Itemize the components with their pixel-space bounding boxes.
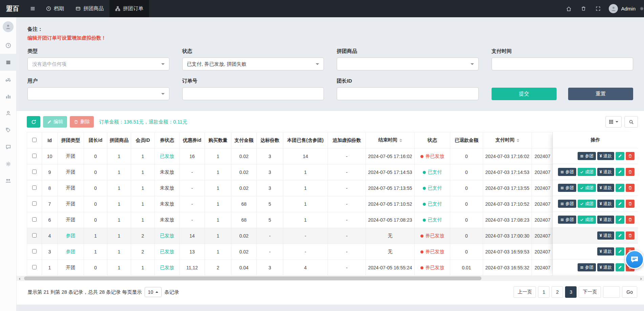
brand-logo[interactable]: 盟百 [0, 4, 25, 13]
sidebar-item-chart[interactable] [0, 88, 17, 105]
tab-schedule[interactable]: 档期 [40, 0, 70, 17]
sidebar-item-clock[interactable] [0, 37, 17, 54]
row-checkbox[interactable] [32, 154, 37, 158]
row-checkbox[interactable] [32, 233, 37, 238]
confirm-group-button[interactable]: 成团 [578, 184, 596, 192]
row-edit-button[interactable] [616, 231, 624, 240]
leader-id-input[interactable] [337, 87, 479, 100]
page-button-2[interactable]: 2 [552, 286, 563, 298]
chat-widget-button[interactable] [625, 250, 644, 269]
confirm-group-button[interactable]: 成团 [578, 200, 596, 208]
row-checkbox[interactable] [32, 185, 37, 190]
row-edit-button[interactable] [616, 152, 624, 160]
refund-button[interactable]: ¥退款 [597, 231, 614, 240]
page-size-select[interactable]: 10 [145, 287, 162, 297]
tab-group-orders[interactable]: 拼团订单 [109, 0, 149, 17]
menu-icon[interactable] [25, 0, 40, 17]
refund-button[interactable]: ¥退款 [597, 200, 614, 208]
refund-button[interactable]: ¥退款 [597, 184, 614, 192]
sidebar-item-user[interactable] [0, 105, 17, 121]
row-edit-button[interactable] [616, 247, 624, 256]
join-group-button[interactable]: 参团 [558, 168, 576, 176]
row-checkbox[interactable] [32, 170, 37, 174]
trash-icon[interactable] [576, 0, 591, 17]
table-cell: 2024-07-05 17:14:53 [366, 164, 415, 180]
main-content: 备注： 编辑开团订单可设置增加虚拟份数！ 类型 没有选中任何项 状态 已支付, … [17, 17, 644, 311]
row-delete-button[interactable] [626, 231, 635, 240]
table-row: 9开团011未发放-10.0231-2024-07-05 17:14:53已支付… [27, 164, 638, 180]
search-button[interactable] [624, 116, 638, 128]
row-delete-button[interactable] [626, 168, 635, 176]
status-select[interactable]: 已支付, 券已发放, 拼团失败 [182, 58, 324, 70]
row-edit-button[interactable] [616, 216, 624, 224]
select-all-checkbox[interactable] [32, 138, 37, 142]
sidebar-item-list[interactable] [0, 54, 17, 71]
prev-page-button[interactable]: 上一页 [514, 286, 536, 298]
page-button-1[interactable]: 1 [538, 286, 549, 298]
join-group-button[interactable]: 参团 [558, 216, 576, 224]
row-checkbox[interactable] [32, 249, 37, 253]
row-checkbox[interactable] [32, 201, 37, 206]
sidebar-item-tag[interactable] [0, 121, 17, 138]
table-cell: 1 [283, 180, 328, 196]
user-name[interactable]: Admin [621, 6, 636, 12]
order-no-input[interactable] [182, 87, 324, 100]
refund-button[interactable]: ¥退款 [597, 247, 614, 256]
pay-time-input[interactable] [492, 58, 633, 70]
scroll-left-arrow[interactable]: ‹ [17, 276, 23, 281]
join-group-button[interactable]: 参团 [578, 263, 596, 271]
user-select[interactable] [27, 87, 169, 100]
refresh-button[interactable] [27, 116, 40, 128]
confirm-group-button[interactable]: 成团 [578, 216, 596, 224]
row-delete-button[interactable] [626, 200, 635, 208]
refund-button[interactable]: ¥退款 [597, 216, 614, 224]
confirm-group-button[interactable]: 成团 [578, 168, 596, 176]
column-header[interactable]: 支付时间 [483, 132, 532, 149]
sidebar-avatar[interactable] [3, 21, 14, 32]
reset-button[interactable]: 重置 [568, 88, 633, 100]
sidebar-item-chat[interactable] [0, 138, 17, 155]
refund-button[interactable]: ¥退款 [597, 168, 614, 176]
home-icon[interactable] [561, 0, 576, 17]
type-select[interactable]: 没有选中任何项 [27, 58, 169, 70]
expand-icon[interactable] [591, 0, 605, 17]
sidebar-item-delivery[interactable] [0, 71, 17, 88]
refund-button[interactable]: ¥退款 [597, 263, 614, 271]
table-cell: 0.02 [231, 149, 257, 164]
table-cell: 0.02 [231, 164, 257, 180]
refund-button[interactable]: ¥退款 [597, 152, 614, 160]
horizontal-scrollbar[interactable]: ‹ › [17, 276, 644, 281]
goto-page-input[interactable] [603, 286, 620, 298]
scrollbar-thumb[interactable] [24, 276, 481, 280]
row-delete-button[interactable] [626, 152, 635, 160]
join-group-button[interactable]: 参团 [578, 152, 596, 160]
sidebar-item-gears[interactable] [0, 155, 17, 172]
columns-button[interactable] [605, 116, 622, 128]
table-cell: 0 [84, 212, 107, 228]
sidebar-item-users[interactable] [0, 172, 17, 189]
row-edit-button[interactable] [616, 200, 624, 208]
row-edit-button[interactable] [616, 168, 624, 176]
row-checkbox[interactable] [32, 265, 37, 269]
scroll-right-arrow[interactable]: › [638, 276, 644, 281]
column-header[interactable]: 结束时间 [366, 132, 415, 149]
edit-button[interactable]: 编辑 [43, 116, 67, 128]
row-edit-button[interactable] [616, 184, 624, 192]
go-button[interactable]: Go [622, 286, 637, 298]
row-delete-button[interactable] [626, 216, 635, 224]
join-group-button[interactable]: 参团 [558, 200, 576, 208]
page-button-3[interactable]: 3 [565, 286, 577, 298]
row-edit-button[interactable] [616, 263, 624, 271]
join-group-button[interactable]: 参团 [558, 184, 576, 192]
tab-group-products[interactable]: 拼团商品 [70, 0, 109, 17]
avatar[interactable] [609, 4, 618, 13]
table-row: 7开团011未发放-16851-2024-07-05 17:10:52已支付02… [27, 196, 638, 212]
row-delete-button[interactable] [626, 184, 635, 192]
delete-button[interactable]: 删除 [70, 116, 94, 128]
product-select[interactable] [337, 58, 479, 70]
row-checkbox[interactable] [32, 217, 37, 222]
gear-icon[interactable] [640, 0, 644, 17]
table-cell: 2 [205, 260, 231, 276]
submit-button[interactable]: 提交 [492, 88, 557, 100]
next-page-button[interactable]: 下一页 [579, 286, 601, 298]
